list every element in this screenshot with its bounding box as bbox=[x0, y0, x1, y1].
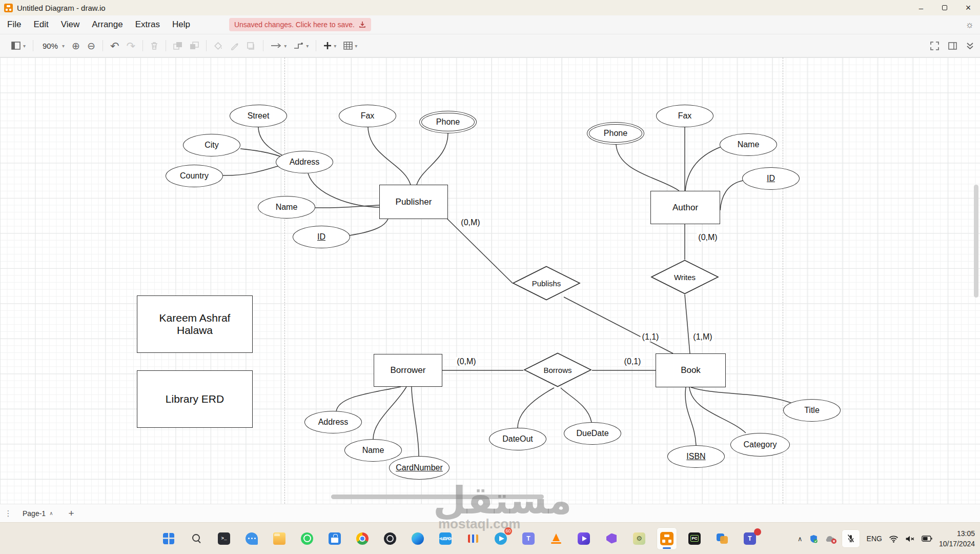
attribute-phone-author[interactable]: Phone bbox=[587, 122, 644, 145]
tray-chevron-up-icon[interactable]: ∧ bbox=[798, 535, 803, 543]
attribute-fax-author[interactable]: Fax bbox=[656, 105, 713, 127]
edge-writes-book[interactable] bbox=[685, 294, 690, 353]
windows-security-icon[interactable] bbox=[809, 535, 818, 543]
clock[interactable]: 13:05 10/17/2024 bbox=[939, 528, 975, 549]
zoom-select[interactable]: 90% ▾ bbox=[40, 42, 65, 50]
line-color-button[interactable] bbox=[230, 42, 239, 50]
attribute-name-publisher[interactable]: Name bbox=[258, 196, 315, 219]
add-page-button[interactable]: + bbox=[63, 508, 79, 519]
microphone-muted-button[interactable] bbox=[842, 529, 860, 548]
attribute-isbn[interactable]: ISBN bbox=[667, 445, 725, 468]
volume-muted-icon[interactable] bbox=[905, 535, 915, 543]
attribute-street[interactable]: Street bbox=[230, 105, 287, 127]
attribute-category[interactable]: Category bbox=[730, 433, 790, 457]
audio-mixer-icon[interactable] bbox=[463, 527, 483, 550]
attribute-country[interactable]: Country bbox=[166, 165, 223, 187]
close-button[interactable]: × bbox=[956, 0, 980, 15]
attribute-duedate[interactable]: DueDate bbox=[564, 422, 621, 445]
battery-icon[interactable] bbox=[922, 536, 932, 542]
horizontal-scrollbar[interactable] bbox=[331, 494, 544, 499]
edge-borrower-cardnumber[interactable] bbox=[412, 387, 419, 456]
attribute-name-author[interactable]: Name bbox=[720, 133, 777, 156]
undo-button[interactable]: ↶ bbox=[110, 41, 119, 51]
attribute-title[interactable]: Title bbox=[783, 399, 841, 422]
relationship-writes[interactable]: Writes bbox=[650, 260, 719, 294]
relationship-publishs[interactable]: Publishs bbox=[512, 266, 581, 301]
attribute-dateout[interactable]: DateOut bbox=[489, 428, 546, 450]
start-icon[interactable] bbox=[158, 527, 179, 550]
attribute-city[interactable]: City bbox=[183, 134, 240, 156]
edge-borrower-name[interactable] bbox=[373, 387, 406, 439]
file-explorer-icon[interactable] bbox=[269, 527, 290, 550]
collapse-expand-icon[interactable] bbox=[966, 42, 974, 50]
store-icon[interactable] bbox=[324, 527, 345, 550]
edge-publisher-publishs[interactable] bbox=[447, 219, 513, 283]
edge-borrower-address[interactable] bbox=[336, 387, 401, 411]
vscode-icon[interactable] bbox=[435, 527, 456, 550]
language-indicator[interactable]: ENG bbox=[867, 535, 882, 543]
edge-id-publisher[interactable] bbox=[350, 219, 388, 235]
teams-icon[interactable] bbox=[740, 527, 760, 550]
menu-arrange[interactable]: Arrange bbox=[92, 19, 122, 30]
edge-phone-publisher[interactable] bbox=[417, 133, 448, 185]
edge-icon[interactable] bbox=[407, 527, 428, 550]
vlc-icon[interactable] bbox=[546, 527, 566, 550]
menu-view[interactable]: View bbox=[61, 19, 80, 30]
menu-file[interactable]: File bbox=[7, 19, 21, 30]
view-panels-button[interactable]: ▾ bbox=[11, 42, 26, 50]
zoom-out-button[interactable]: ⊖ bbox=[87, 41, 95, 51]
fill-color-button[interactable] bbox=[214, 42, 223, 50]
diagram-canvas[interactable]: Street City Country Address Name ID Fax … bbox=[0, 57, 980, 504]
media-player-icon[interactable] bbox=[574, 527, 594, 550]
reset-view-button[interactable] bbox=[930, 42, 939, 50]
edge-borrows-duedate[interactable] bbox=[561, 388, 591, 422]
terminal-icon[interactable] bbox=[214, 527, 234, 550]
relationship-borrows[interactable]: Borrows bbox=[523, 352, 592, 387]
restore-button[interactable] bbox=[933, 0, 956, 15]
entity-book[interactable]: Book bbox=[656, 353, 726, 387]
drawio-icon[interactable] bbox=[657, 527, 677, 550]
minimize-button[interactable]: – bbox=[909, 0, 933, 15]
shadow-button[interactable] bbox=[247, 42, 256, 50]
unsaved-changes-button[interactable]: Unsaved changes. Click here to save. bbox=[229, 18, 371, 31]
format-panel-toggle-button[interactable] bbox=[948, 42, 957, 50]
attribute-cardnumber[interactable]: CardNumber bbox=[389, 456, 450, 480]
to-front-button[interactable] bbox=[173, 42, 182, 50]
attribute-name-borrower[interactable]: Name bbox=[344, 439, 402, 462]
cardinality-writes-book[interactable]: (1,M) bbox=[691, 332, 713, 342]
entity-author[interactable]: Author bbox=[650, 191, 720, 224]
edge-street-address[interactable] bbox=[258, 127, 288, 158]
connection-style-button[interactable]: ▾ bbox=[271, 43, 287, 49]
page-tab[interactable]: Page-1 ∧ bbox=[17, 507, 58, 520]
obs-icon[interactable] bbox=[380, 527, 400, 550]
whatsapp-icon[interactable] bbox=[297, 527, 317, 550]
edge-country-address[interactable] bbox=[223, 164, 284, 175]
telegram-icon[interactable]: 60 bbox=[491, 527, 511, 550]
vertical-scrollbar[interactable] bbox=[974, 185, 978, 298]
zoom-in-button[interactable]: ⊕ bbox=[72, 41, 80, 51]
edge-book-title[interactable] bbox=[691, 387, 792, 403]
edge-phone-author[interactable] bbox=[616, 145, 679, 191]
visual-studio-icon[interactable] bbox=[601, 527, 622, 550]
vmware-icon[interactable] bbox=[712, 527, 732, 550]
pages-menu-icon[interactable]: ⋮ bbox=[4, 509, 12, 518]
chrome-icon[interactable] bbox=[352, 527, 373, 550]
chat-icon[interactable] bbox=[241, 527, 262, 550]
pycharm-icon[interactable] bbox=[684, 527, 705, 550]
edge-book-isbn[interactable] bbox=[685, 387, 696, 445]
cardinality-publishs-book[interactable]: (1,1) bbox=[641, 332, 661, 342]
note-erd-title[interactable]: Library ERD bbox=[137, 370, 253, 428]
redo-button[interactable]: ↷ bbox=[127, 41, 136, 51]
waypoints-button[interactable]: ▾ bbox=[294, 42, 309, 50]
attribute-address-publisher[interactable]: Address bbox=[276, 151, 333, 173]
dev-tools-icon[interactable] bbox=[629, 527, 649, 550]
cardinality-publisher-publishs[interactable]: (0,M) bbox=[459, 218, 481, 227]
menu-extras[interactable]: Extras bbox=[135, 19, 160, 30]
attribute-id-author[interactable]: ID bbox=[742, 167, 800, 190]
to-back-button[interactable] bbox=[190, 42, 199, 50]
attribute-phone-publisher[interactable]: Phone bbox=[419, 111, 477, 133]
onedrive-cloud-icon[interactable] bbox=[825, 535, 835, 543]
edge-id-author[interactable] bbox=[720, 181, 743, 210]
edge-borrows-dateout[interactable] bbox=[518, 388, 554, 428]
cardinality-borrower-borrows[interactable]: (0,M) bbox=[455, 357, 477, 366]
